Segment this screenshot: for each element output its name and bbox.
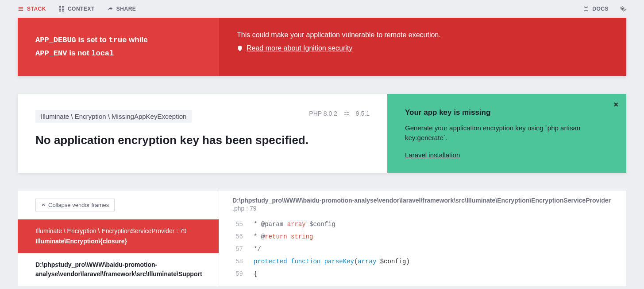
code-line: 58protected function parseKey(array $con… [232, 255, 613, 268]
code-content: */ [254, 243, 261, 255]
warning-title: APP_DEBUG is set to true while APP_ENV i… [18, 18, 219, 76]
nav-docs[interactable]: DOCS [583, 6, 609, 12]
code-panel: D:\phpstudy_pro\WWW\baidu-promotion-anal… [219, 191, 626, 286]
svg-rect-0 [59, 7, 61, 8]
collapse-vendor-frames-button[interactable]: Collapse vendor frames [35, 199, 115, 211]
php-version: PHP 8.0.2 [309, 110, 337, 117]
warning-security-link[interactable]: Read more about Ignition security [247, 44, 352, 52]
code-line: 59{ [232, 268, 613, 280]
warning-text: This could make your application vulnera… [237, 31, 609, 39]
laravel-version: 9.5.1 [356, 110, 370, 117]
warning-description: This could make your application vulnera… [219, 18, 626, 76]
nav-context[interactable]: CONTEXT [58, 6, 95, 12]
security-warning-banner: APP_DEBUG is set to true while APP_ENV i… [18, 18, 626, 76]
code-content: * @param array $config [254, 218, 335, 230]
nav-stack-label: STACK [27, 6, 46, 12]
svg-rect-3 [62, 10, 64, 12]
line-number: 58 [232, 255, 243, 268]
code-file-path: D:\phpstudy_pro\WWW\baidu-promotion-anal… [232, 197, 613, 204]
error-title: No application encryption key has been s… [35, 133, 370, 147]
nav-stack[interactable]: STACK [18, 6, 46, 12]
stack-trace-section: Collapse vendor frames Illuminate \ Encr… [18, 191, 626, 286]
exception-class: Illuminate \ Encryption \ MissingAppKeyE… [35, 110, 192, 123]
laravel-icon [343, 110, 350, 117]
close-icon[interactable]: × [613, 100, 618, 109]
solution-panel: × Your app key is missing Generate your … [387, 94, 626, 173]
stack-icon [18, 6, 24, 12]
collapse-icon [41, 203, 46, 207]
stack-frames-sidebar: Collapse vendor frames Illuminate \ Encr… [18, 191, 219, 286]
line-number: 55 [232, 218, 243, 230]
context-icon [58, 6, 65, 12]
line-number: 59 [232, 268, 243, 280]
solution-link[interactable]: Laravel installation [405, 151, 460, 159]
code-content: { [254, 268, 257, 280]
settings-icon[interactable] [619, 5, 626, 12]
line-number: 57 [232, 243, 243, 255]
code-file-line: .php : 79 [232, 205, 613, 212]
nav-share-label: SHARE [116, 6, 136, 12]
code-line: 56 * @return string [232, 230, 613, 243]
solution-description: Generate your application encryption key… [405, 123, 609, 143]
code-content: protected function parseKey(array $confi… [254, 255, 410, 268]
svg-rect-1 [62, 7, 64, 8]
stack-frame-active[interactable]: Illuminate \ Encryption \ EncryptionServ… [18, 219, 219, 253]
line-number: 56 [232, 230, 243, 243]
solution-title: Your app key is missing [405, 108, 609, 117]
code-content: * @return string [254, 230, 313, 243]
frame-function: Illuminate\Encryption\{closure} [35, 237, 201, 246]
frame-path: D:\phpstudy_pro\WWW\baidu-promotion-anal… [35, 260, 201, 279]
shield-icon [237, 45, 243, 51]
error-card: Illuminate \ Encryption \ MissingAppKeyE… [18, 94, 626, 173]
nav-context-label: CONTEXT [68, 6, 95, 12]
collapse-label: Collapse vendor frames [48, 202, 109, 208]
docs-icon [583, 6, 589, 12]
nav-docs-label: DOCS [592, 6, 609, 12]
svg-rect-2 [59, 10, 61, 12]
frame-namespace: Illuminate \ Encryption \ EncryptionServ… [35, 227, 201, 236]
nav-share[interactable]: SHARE [107, 6, 136, 12]
code-line: 57 */ [232, 243, 613, 255]
share-icon [107, 6, 113, 12]
code-line: 55 * @param array $config [232, 218, 613, 230]
stack-frame[interactable]: D:\phpstudy_pro\WWW\baidu-promotion-anal… [18, 253, 219, 286]
